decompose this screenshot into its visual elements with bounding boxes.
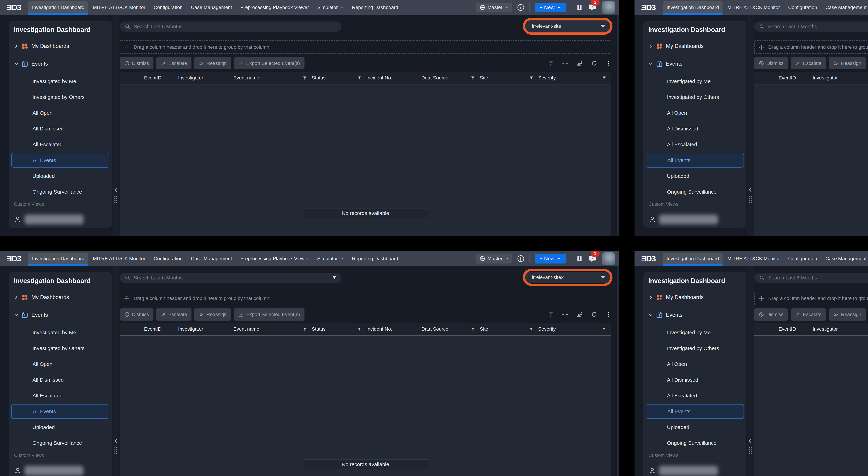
sidebar-item-investigated-by-others[interactable]: Investigated by Others [11,90,110,104]
column-filter-icon[interactable] [529,327,533,331]
drag-handle-icon[interactable] [114,195,118,204]
drag-handle-icon[interactable] [748,446,752,455]
column-header-eventid[interactable]: EventID [144,323,178,335]
column-header-eventid[interactable]: EventID [144,72,178,84]
tab-case-management[interactable]: Case Management [187,252,236,265]
clear-filter-icon[interactable] [547,311,554,318]
group-drop-zone[interactable]: Drag a column header and drop it here to… [754,292,868,305]
column-filter-icon[interactable] [471,327,475,331]
column-header-investigator[interactable]: Investigator [178,323,233,335]
reassign-button[interactable]: Reassign [194,308,231,320]
sidebar-item-all-events[interactable]: All Events [11,153,110,168]
sidebar-item-uploaded[interactable]: Uploaded [646,169,744,183]
group-drop-zone[interactable]: Drag a column header and drop it here to… [754,40,868,54]
column-header-site[interactable]: Site [480,323,538,335]
environment-selector[interactable]: Master [476,3,512,12]
dismiss-button[interactable]: Dismiss [120,57,153,69]
dismiss-button[interactable]: Dismiss [754,308,788,320]
collapse-sidebar-icon[interactable] [113,438,119,444]
group-drop-zone[interactable]: Drag a column header and drop it here to… [120,40,611,54]
tab-reporting-dashboard[interactable]: Reporting Dashboard [348,1,402,13]
notifications-button[interactable]: 1 [588,3,597,12]
column-header-investigator[interactable]: Investigator [813,323,868,335]
sidebar-item-all-dismissed[interactable]: All Dismissed [11,122,110,136]
tab-mitre-attck-monitor[interactable]: MITRE ATT&CK Monitor [723,1,783,13]
column-header-eventid[interactable]: EventID [779,72,813,84]
more-options-icon[interactable]: ... [735,216,742,223]
sidebar-item-all-escalated[interactable]: All Escalated [646,388,744,403]
info-icon[interactable] [517,4,525,11]
tab-mitre-attck-monitor[interactable]: MITRE ATT&CK Monitor [89,1,149,13]
chart-view-icon[interactable] [576,60,583,67]
site-dropdown[interactable]: irrelevant-site2 [526,272,610,283]
tab-case-management[interactable]: Case Management [187,1,236,13]
tab-configuration[interactable]: Configuration [150,252,186,265]
collapse-sidebar-icon[interactable] [747,187,753,193]
sidebar-item-investigated-by-me[interactable]: Investigated by Me [11,74,110,89]
tab-configuration[interactable]: Configuration [150,1,186,13]
tab-configuration[interactable]: Configuration [784,1,821,13]
column-filter-icon[interactable] [471,76,475,80]
column-filter-icon[interactable] [602,76,606,80]
sidebar-item-all-escalated[interactable]: All Escalated [11,388,110,403]
user-badge[interactable]: ... [14,464,107,476]
sidebar-item-ongoing-surveillance[interactable]: Ongoing Surveillance [11,436,110,450]
collapse-sidebar-icon[interactable] [747,438,753,444]
sidebar-item-investigated-by-me[interactable]: Investigated by Me [646,74,744,89]
environment-selector[interactable]: Master [476,254,512,264]
sidebar-item-all-open[interactable]: All Open [646,106,744,120]
fit-columns-icon[interactable] [562,311,568,318]
dismiss-button[interactable]: Dismiss [120,308,153,320]
column-header-incident-no[interactable]: Incident No. [366,72,421,84]
sidebar-item-ongoing-surveillance[interactable]: Ongoing Surveillance [646,436,744,450]
tab-investigation-dashboard[interactable]: Investigation Dashboard [663,1,722,13]
column-filter-icon[interactable] [357,76,362,80]
sidebar-item-my-dashboards[interactable]: My Dashboards [648,39,743,53]
tab-reporting-dashboard[interactable]: Reporting Dashboard [348,252,402,265]
tab-investigation-dashboard[interactable]: Investigation Dashboard [28,1,88,13]
column-header-severity[interactable]: Severity [538,72,611,84]
sidebar-item-investigated-by-others[interactable]: Investigated by Others [11,341,110,355]
reassign-button[interactable]: Reassign [829,308,866,320]
tab-case-management[interactable]: Case Management [822,1,868,13]
sidebar-item-my-dashboards[interactable]: My Dashboards [14,39,109,53]
column-filter-icon[interactable] [303,76,307,80]
tab-simulator[interactable]: Simulator [313,1,347,13]
avatar[interactable] [602,252,615,265]
column-header-data-source[interactable]: Data Source [421,72,480,84]
sidebar-item-all-dismissed[interactable]: All Dismissed [646,122,744,136]
column-header-status[interactable]: Status [312,323,366,335]
column-header-event-name[interactable]: Event name [233,72,312,84]
escalate-button[interactable]: Escalate [791,308,826,320]
sidebar-item-uploaded[interactable]: Uploaded [11,169,110,183]
tab-investigation-dashboard[interactable]: Investigation Dashboard [663,252,722,265]
tab-simulator[interactable]: Simulator [313,252,347,265]
column-filter-icon[interactable] [529,76,533,80]
export-selected-events-button[interactable]: Export Selected Event(s) [234,57,305,69]
drag-handle-icon[interactable] [748,195,752,204]
column-header-investigator[interactable]: Investigator [178,72,233,84]
sidebar-item-all-escalated[interactable]: All Escalated [11,137,110,152]
escalate-button[interactable]: Escalate [791,57,826,69]
search-input[interactable] [768,24,868,30]
sidebar-item-investigated-by-others[interactable]: Investigated by Others [646,341,744,355]
column-header-event-name[interactable]: Event name [233,323,312,335]
sidebar-item-my-dashboards[interactable]: My Dashboards [14,291,109,304]
tab-preprocessing-playbook-viewer[interactable]: Preprocessing Playbook Viewer [237,1,312,13]
sidebar-item-events[interactable]: Events [14,308,109,322]
more-options-icon[interactable]: ... [101,216,107,223]
sidebar-item-all-open[interactable]: All Open [11,357,110,371]
scrollbar-track[interactable] [617,15,619,236]
sidebar-item-events[interactable]: Events [648,57,743,71]
more-options-icon[interactable]: ... [735,468,742,474]
search-input[interactable] [768,275,868,281]
sidebar-item-ongoing-surveillance[interactable]: Ongoing Surveillance [646,184,744,199]
avatar[interactable] [602,1,615,14]
site-dropdown[interactable]: irrelevant-site [526,21,610,32]
scrollbar-track[interactable] [617,266,619,476]
column-filter-icon[interactable] [602,327,606,331]
sidebar-item-all-escalated[interactable]: All Escalated [646,137,744,152]
new-button[interactable]: + New [535,3,566,12]
sidebar-item-events[interactable]: Events [14,57,109,71]
refresh-icon[interactable] [591,311,597,318]
